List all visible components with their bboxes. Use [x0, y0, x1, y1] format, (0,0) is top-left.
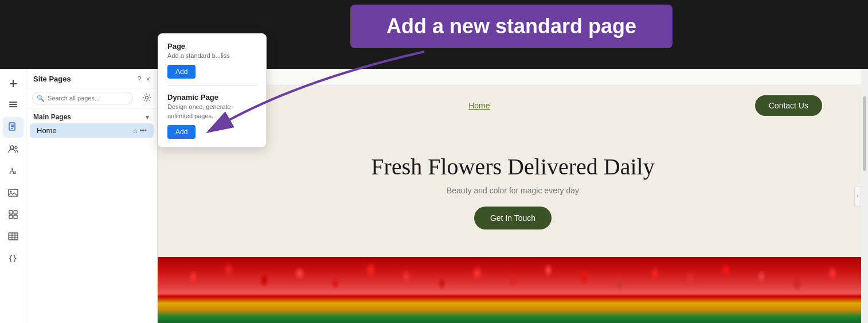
home-page-item[interactable]: Home ⌂ •••	[30, 123, 154, 138]
more-options-icon[interactable]: •••	[139, 127, 147, 135]
dynamic-section-title: Dynamic Page	[167, 93, 257, 102]
flower-image	[158, 257, 868, 323]
search-input[interactable]	[32, 92, 133, 104]
svg-rect-2	[9, 104, 17, 105]
content-row: A a	[0, 69, 868, 323]
svg-text:a: a	[14, 169, 17, 175]
code-icon[interactable]: {}	[3, 248, 24, 268]
font-icon[interactable]: A a	[3, 161, 24, 181]
scroll-thumb	[863, 96, 866, 172]
grid-icon[interactable]	[3, 204, 24, 225]
svg-point-14	[10, 191, 11, 193]
main-pages-section-header[interactable]: Main Pages ▼	[26, 108, 157, 123]
svg-rect-19	[9, 233, 18, 240]
header-actions: ? ×	[137, 75, 150, 83]
page-item-icons: ⌂ •••	[133, 127, 147, 135]
page-section-desc: Add a standard b...liss	[167, 52, 257, 60]
dynamic-add-button[interactable]: Add	[167, 125, 196, 139]
svg-rect-3	[9, 106, 17, 107]
svg-rect-18	[14, 215, 17, 219]
image-icon[interactable]	[3, 182, 24, 203]
home-page-label: Home	[37, 126, 133, 135]
page-icon[interactable]	[3, 117, 24, 138]
svg-rect-17	[9, 215, 13, 219]
site-pages-title: Site Pages	[33, 75, 71, 83]
main-pages-label: Main Pages	[33, 113, 71, 121]
popup-divider	[167, 85, 257, 86]
annotation-title: Add a new standard page	[386, 14, 636, 38]
table-icon[interactable]	[3, 226, 24, 247]
site-pages-panel: Site Pages ? × 🔍 M	[26, 69, 158, 323]
svg-rect-15	[9, 211, 13, 214]
home-indicator-icon: ⌂	[133, 127, 137, 135]
search-row: 🔍	[26, 88, 157, 108]
svg-point-25	[146, 96, 148, 99]
svg-rect-16	[14, 211, 17, 214]
svg-text:{}: {}	[9, 255, 17, 262]
outer-container: Add a new standard page	[0, 0, 868, 323]
section-chevron-icon: ▼	[144, 114, 150, 120]
contact-us-button[interactable]: Contact Us	[755, 95, 822, 116]
layers-icon[interactable]	[3, 95, 24, 116]
site-pages-header: Site Pages ? ×	[26, 69, 157, 88]
left-rail: A a	[0, 69, 26, 323]
search-wrap: 🔍	[32, 92, 139, 104]
hero-title: Fresh Flowers Delivered Daily	[371, 153, 654, 180]
svg-point-9	[10, 146, 14, 149]
get-in-touch-button[interactable]: Get In Touch	[474, 207, 552, 229]
page-section-title: Page	[167, 42, 257, 50]
dynamic-section-desc: Design once, generate unlimited pages.	[167, 103, 257, 120]
people-icon[interactable]	[3, 139, 24, 159]
svg-rect-4	[9, 102, 17, 103]
hero-subtitle: Beauty and color for magic every day	[447, 186, 579, 195]
scroll-track	[862, 71, 867, 321]
settings-button[interactable]	[142, 93, 151, 104]
popup-overlay: Page Add a standard b...liss Add Dynamic…	[158, 33, 267, 147]
flower-detail	[158, 257, 868, 323]
help-icon[interactable]: ?	[137, 75, 141, 83]
svg-point-10	[15, 146, 17, 149]
page-add-button[interactable]: Add	[167, 65, 196, 79]
home-nav-link[interactable]: Home	[468, 101, 490, 110]
collapse-handle[interactable]: ‹	[854, 186, 861, 207]
add-icon[interactable]	[3, 73, 24, 94]
close-icon[interactable]: ×	[146, 75, 150, 83]
popup-card: Page Add a standard b...liss Add Dynamic…	[158, 33, 267, 147]
right-scrollbar[interactable]	[861, 69, 868, 323]
search-icon: 🔍	[37, 95, 45, 102]
annotation-box: Add a new standard page	[350, 5, 672, 48]
